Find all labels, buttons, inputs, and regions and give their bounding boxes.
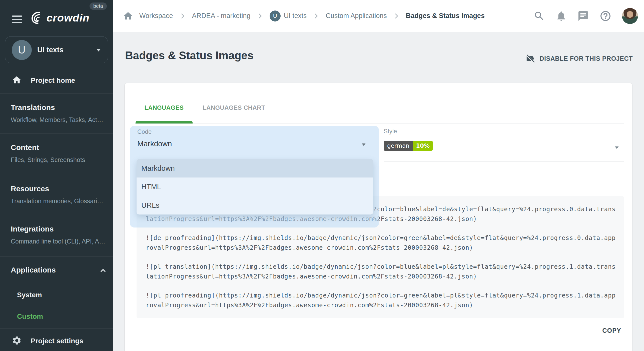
chevron-down-icon[interactable]: [615, 146, 618, 149]
code-line: ![pl translation](https://img.shields.io…: [146, 262, 624, 272]
breadcrumb-item-workspace[interactable]: Workspace: [139, 12, 173, 20]
code-select-value[interactable]: Markdown: [137, 140, 172, 148]
gear-icon: [12, 336, 22, 346]
menu-item-urls[interactable]: URLs: [137, 196, 373, 214]
section-subtitle: Workflow, Members, Tasks, Act…: [11, 116, 106, 124]
chevron-right-icon: [179, 12, 186, 20]
code-line: ![de proofreading](https://img.shields.i…: [146, 233, 624, 243]
chevron-down-icon[interactable]: [362, 144, 365, 146]
code-line: ![pl proofreading](https://img.shields.i…: [146, 291, 624, 300]
breadcrumb-item-ardea-marketing[interactable]: ARDEA - marketing: [192, 12, 251, 20]
menu-item-markdown[interactable]: Markdown: [137, 159, 373, 178]
badge-language-label: german: [384, 141, 413, 151]
sidebar-item-custom[interactable]: Custom: [17, 312, 43, 320]
breadcrumb-item-current-page: Badges & Status Images: [406, 12, 485, 20]
divider: [0, 256, 113, 256]
divider: [0, 133, 113, 134]
badges-card: LANGUAGES LANGUAGES CHART Style german 1…: [125, 83, 632, 351]
topbar-actions: [533, 0, 638, 32]
chevron-right-icon: [313, 12, 320, 20]
crowdin-mark-icon: [30, 10, 45, 25]
disable-for-project-button[interactable]: DISABLE FOR THIS PROJECT: [525, 54, 633, 63]
page-title: Badges & Status Images: [125, 49, 254, 62]
sidebar-item-content[interactable]: Content Files, Strings, Screenshots: [11, 143, 106, 164]
code-select-highlight: Code Markdown Markdown HTML URLs: [130, 126, 379, 228]
sidebar-item-label: Project settings: [31, 337, 83, 345]
project-avatar: U: [12, 40, 32, 60]
sidebar-item-integrations[interactable]: Integrations Command line tool (CLI), AP…: [11, 225, 106, 245]
sidebar-item-translations[interactable]: Translations Workflow, Members, Tasks, A…: [11, 103, 106, 124]
divider: [0, 68, 113, 68]
divider: [0, 174, 113, 174]
sidebar-item-system[interactable]: System: [17, 291, 42, 299]
divider: [0, 215, 113, 215]
code-line: rovalProgress&url=https%3A%2F%2Fbadges.a…: [146, 300, 624, 310]
user-avatar[interactable]: [622, 8, 638, 24]
section-title: Content: [11, 143, 106, 152]
label-off-icon: [525, 54, 535, 63]
disable-button-label: DISABLE FOR THIS PROJECT: [539, 55, 633, 62]
project-selector[interactable]: U UI texts: [5, 36, 108, 63]
beta-badge: beta: [90, 2, 107, 10]
app-window: crowdin beta U UI texts Project home Tra…: [0, 0, 644, 351]
topbar: Workspace ARDEA - marketing U UI texts C…: [113, 0, 644, 32]
copy-button[interactable]: COPY: [602, 327, 621, 334]
crowdin-logo[interactable]: crowdin: [30, 10, 90, 25]
home-icon[interactable]: [123, 11, 133, 21]
search-icon[interactable]: [533, 10, 545, 22]
section-title: Applications: [11, 266, 106, 274]
code-line: lationProgress&url=https%3A%2F%2Fbadges.…: [146, 272, 624, 282]
chevron-down-icon: [96, 49, 101, 52]
tab-languages[interactable]: LANGUAGES: [136, 104, 193, 111]
section-subtitle: Translation memories, Glossari…: [11, 198, 106, 205]
logo-text: crowdin: [47, 12, 90, 24]
chevron-right-icon: [393, 12, 400, 20]
section-title: Translations: [11, 103, 106, 112]
breadcrumb-item-ui-texts[interactable]: U UI texts: [270, 10, 307, 22]
chat-icon[interactable]: [577, 10, 589, 22]
main-content: Badges & Status Images DISABLE FOR THIS …: [113, 32, 644, 351]
chevron-up-icon[interactable]: [99, 266, 107, 274]
section-subtitle: Command line tool (CLI), API, A…: [11, 238, 106, 245]
menu-item-html[interactable]: HTML: [137, 178, 373, 196]
chevron-right-icon: [257, 12, 264, 20]
sidebar: crowdin beta U UI texts Project home Tra…: [0, 0, 113, 351]
divider: [0, 93, 113, 94]
sidebar-item-applications[interactable]: Applications: [11, 266, 106, 274]
sidebar-item-resources[interactable]: Resources Translation memories, Glossari…: [11, 184, 106, 205]
bell-icon[interactable]: [555, 10, 567, 22]
style-select-underline: [384, 162, 624, 162]
badge-progress-value: 10%: [413, 141, 433, 151]
breadcrumb-item-custom-applications[interactable]: Custom Applications: [326, 12, 387, 20]
code-select-menu: Markdown HTML URLs: [137, 159, 373, 214]
project-avatar: U: [270, 10, 281, 22]
style-select-label: Style: [384, 128, 397, 135]
sidebar-item-label: Project home: [31, 76, 75, 84]
divider: [136, 124, 624, 124]
section-title: Integrations: [11, 225, 106, 233]
divider: [0, 328, 113, 328]
code-line: rovalProgress&url=https%3A%2F%2Fbadges.a…: [146, 243, 624, 253]
home-icon: [12, 75, 22, 85]
menu-icon[interactable]: [12, 16, 22, 24]
section-subtitle: Files, Strings, Screenshots: [11, 156, 106, 164]
style-badge-preview: german 10%: [384, 141, 433, 151]
breadcrumb-label: UI texts: [284, 12, 307, 20]
tab-languages-chart[interactable]: LANGUAGES CHART: [193, 104, 275, 111]
code-select-label: Code: [137, 128, 152, 135]
project-name: UI texts: [37, 46, 64, 54]
help-icon[interactable]: [599, 10, 611, 22]
breadcrumb: Workspace ARDEA - marketing U UI texts C…: [123, 0, 485, 32]
section-title: Resources: [11, 184, 106, 193]
